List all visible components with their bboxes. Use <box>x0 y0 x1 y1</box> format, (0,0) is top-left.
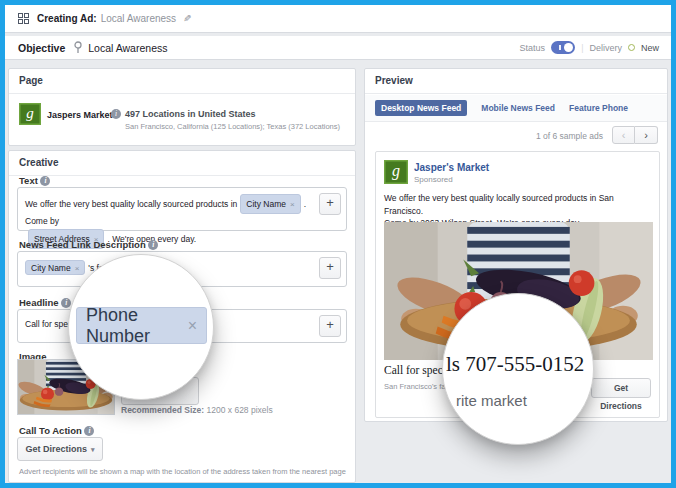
edit-pencil-icon[interactable]: ✎ <box>183 13 191 24</box>
objective-label: Objective <box>18 42 65 54</box>
sample-ads-pager: ‹ › <box>612 126 658 144</box>
text-field-label: Text i <box>19 175 50 186</box>
phone-fragment-magnified: ls 707-555-0152 <box>446 352 584 377</box>
page-panel-header: Page <box>9 69 355 94</box>
magnifier-left: Phone Number × <box>68 254 214 400</box>
city-name-token[interactable]: City Name× <box>25 260 85 275</box>
text-field[interactable]: We offer the very best quality locally s… <box>17 187 347 231</box>
info-icon[interactable]: i <box>84 426 94 436</box>
phone-number-token-magnified: Phone Number × <box>76 307 207 344</box>
creating-ad-label: Creating Ad: <box>37 13 97 24</box>
ad-page-name[interactable]: Jasper's Market <box>414 162 489 173</box>
cta-field-label: Call To Action i <box>19 425 94 436</box>
preview-panel-header: Preview <box>365 69 667 94</box>
text-segment: We offer the very best quality locally s… <box>25 199 237 209</box>
creating-ad-value: Local Awareness <box>101 13 176 24</box>
divider: | <box>581 43 583 53</box>
delivery-label: Delivery <box>589 43 622 53</box>
cta-dropdown[interactable]: Get Directions▾ <box>17 437 103 461</box>
ad-creation-window: Creating Ad: Local Awareness ✎ Objective… <box>0 0 676 488</box>
page-logo: g <box>19 103 41 125</box>
tab-mobile-news-feed[interactable]: Mobile News Feed <box>481 103 555 113</box>
locations-detail: San Francisco, California (125 Locations… <box>125 122 340 131</box>
remove-token-icon: × <box>188 317 197 335</box>
remove-token-icon[interactable]: × <box>290 200 295 209</box>
creative-panel-header: Creative <box>9 151 355 176</box>
page-panel: Page g Jaspers Market i 497 Locations in… <box>8 68 356 146</box>
objective-bar: Objective Local Awareness Status | Deliv… <box>5 36 671 60</box>
sponsored-label: Sponsored <box>414 175 453 184</box>
chevron-left-icon[interactable]: ‹ <box>612 126 635 144</box>
city-name-token[interactable]: City Name× <box>240 194 300 214</box>
tab-desktop-news-feed[interactable]: Desktop News Feed <box>375 100 467 116</box>
status-toggle[interactable] <box>551 41 575 54</box>
recommended-size: Recommended Size: 1200 x 628 pixels <box>121 405 273 415</box>
add-headline-variant-button[interactable]: + <box>319 315 341 337</box>
map-footnote: Advert recipients will be shown a map wi… <box>19 467 346 476</box>
objective-value: Local Awareness <box>88 42 167 54</box>
locations-title: 497 Locations in United States <box>125 109 256 119</box>
delivery-value: New <box>641 43 659 53</box>
location-pin-icon <box>73 41 83 54</box>
delivery-status-dot <box>628 44 635 51</box>
tab-feature-phone[interactable]: Feature Phone <box>569 103 628 113</box>
status-label: Status <box>520 43 546 53</box>
ads-manager-grid-icon[interactable] <box>18 13 29 24</box>
nfld-field-label: News Feed Link Description i <box>19 239 158 250</box>
magnifier-right: ls 707-555-0152 rite market <box>442 293 594 445</box>
info-icon[interactable]: i <box>148 240 158 250</box>
page-name: Jaspers Market <box>47 110 113 120</box>
preview-tabs: Desktop News Feed Mobile News Feed Featu… <box>365 95 667 122</box>
chevron-down-icon: ▾ <box>91 446 95 453</box>
ad-page-logo: g <box>384 160 408 184</box>
chevron-right-icon[interactable]: › <box>635 126 658 144</box>
remove-token-icon[interactable]: × <box>75 264 80 273</box>
description-fragment-magnified: rite market <box>456 392 527 409</box>
add-description-variant-button[interactable]: + <box>319 257 341 279</box>
sample-ads-pager-text: 1 of 6 sample ads <box>536 131 603 141</box>
get-directions-button[interactable]: Get Directions <box>591 378 651 398</box>
title-bar: Creating Ad: Local Awareness ✎ <box>5 5 671 33</box>
info-icon[interactable]: i <box>40 176 50 186</box>
info-icon[interactable]: i <box>111 109 121 119</box>
add-text-variant-button[interactable]: + <box>319 193 341 215</box>
headline-field-label: Headline i <box>19 297 71 308</box>
